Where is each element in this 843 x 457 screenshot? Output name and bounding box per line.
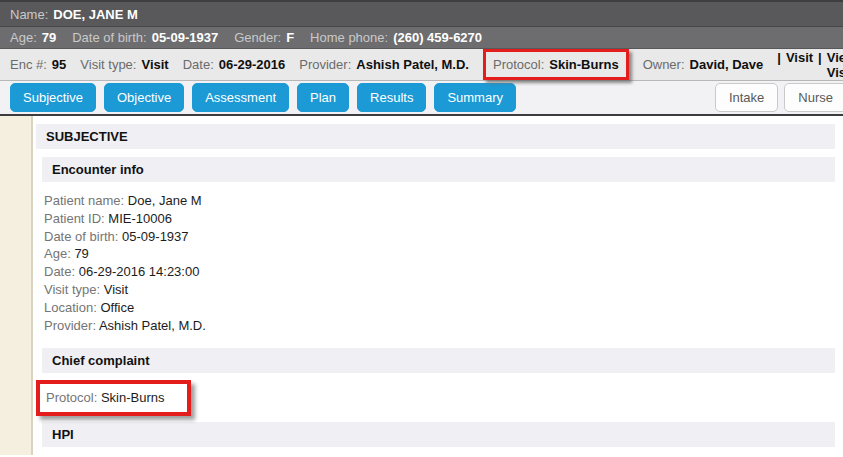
dob-label: Date of birth: <box>72 30 146 45</box>
chief-complaint-heading: Chief complaint <box>42 348 835 373</box>
hpi-heading-text: HPI <box>52 427 74 442</box>
patient-name-value: DOE, JANE M <box>53 7 138 22</box>
tab-results[interactable]: Results <box>357 83 426 112</box>
intake-button[interactable]: Intake <box>715 83 778 112</box>
field-patient-name: Patient name: Doe, Jane M <box>44 192 835 210</box>
field-dob: Date of birth: 05-09-1937 <box>44 228 835 246</box>
enc-date-label: Date: <box>183 57 214 72</box>
section-toolbar: Subjective Objective Assessment Plan Res… <box>0 81 843 116</box>
content-area: SUBJECTIVE Encounter info Patient name: … <box>0 116 843 455</box>
cc-protocol-label: Protocol: <box>46 390 97 405</box>
field-age: Age: 79 <box>44 245 835 263</box>
field-location: Location: Office <box>44 299 835 317</box>
age-value: 79 <box>42 30 56 45</box>
visit-type-label: Visit type: <box>80 57 136 72</box>
encounter-info-heading: Encounter info <box>42 157 835 182</box>
home-phone-value: (260) 459-6270 <box>393 30 482 45</box>
protocol-highlight-box-header: Protocol:Skin-Burns <box>483 49 629 80</box>
protocol-value: Skin-Burns <box>549 57 618 72</box>
visit-type-value: Visit <box>141 57 168 72</box>
cc-protocol-value: Skin-Burns <box>101 390 165 405</box>
field-patient-id: Patient ID: MIE-10006 <box>44 210 835 228</box>
pipe-separator: | <box>777 50 781 80</box>
tab-assessment[interactable]: Assessment <box>192 83 289 112</box>
tab-summary[interactable]: Summary <box>434 83 516 112</box>
encounter-info-heading-text: Encounter info <box>52 162 144 177</box>
enc-number-label: Enc #: <box>10 57 47 72</box>
visit-links: | Visit | View Visit | <box>777 50 843 80</box>
visit-link[interactable]: Visit <box>786 50 813 80</box>
note-body: SUBJECTIVE Encounter info Patient name: … <box>33 116 843 455</box>
enc-number-value: 95 <box>52 57 66 72</box>
provider-label: Provider: <box>299 57 351 72</box>
gender-label: Gender: <box>234 30 281 45</box>
nurse-button[interactable]: Nurse <box>784 83 843 112</box>
owner-value: David, Dave <box>690 57 764 72</box>
age-label: Age: <box>10 30 37 45</box>
field-visit-type: Visit type: Visit <box>44 281 835 299</box>
field-provider: Provider: Ashish Patel, M.D. <box>44 317 835 335</box>
view-visit-link[interactable]: View Visit <box>827 50 843 80</box>
owner-label: Owner: <box>643 57 685 72</box>
enc-date-value: 06-29-2016 <box>219 57 286 72</box>
tab-plan[interactable]: Plan <box>297 83 349 112</box>
patient-name-bar: Name:DOE, JANE M <box>0 0 843 27</box>
ehr-window: Name:DOE, JANE M Age:79 Date of birth:05… <box>0 0 843 457</box>
hpi-heading: HPI <box>42 422 835 447</box>
left-sidebar-strip <box>0 116 33 455</box>
tab-subjective[interactable]: Subjective <box>10 83 96 112</box>
provider-value: Ashish Patel, M.D. <box>356 57 469 72</box>
protocol-label: Protocol: <box>493 57 544 72</box>
field-date: Date: 06-29-2016 14:23:00 <box>44 263 835 281</box>
encounter-bar: Enc #:95 Visit type:Visit Date:06-29-201… <box>0 49 843 81</box>
pipe-separator: | <box>818 50 822 80</box>
name-label: Name: <box>10 7 48 22</box>
gender-value: F <box>286 30 294 45</box>
tab-objective[interactable]: Objective <box>104 83 184 112</box>
demographics-bar: Age:79 Date of birth:05-09-1937 Gender:F… <box>0 27 843 49</box>
subjective-section-heading: SUBJECTIVE <box>36 124 835 149</box>
home-phone-label: Home phone: <box>310 30 388 45</box>
dob-value: 05-09-1937 <box>152 30 219 45</box>
toolbar-right-group: Intake Nurse <box>715 83 843 112</box>
subjective-heading-text: SUBJECTIVE <box>46 129 128 144</box>
encounter-info-fields: Patient name: Doe, Jane M Patient ID: MI… <box>44 192 835 334</box>
chief-complaint-heading-text: Chief complaint <box>52 353 150 368</box>
protocol-highlight-box-body: Protocol: Skin-Burns <box>36 380 191 416</box>
